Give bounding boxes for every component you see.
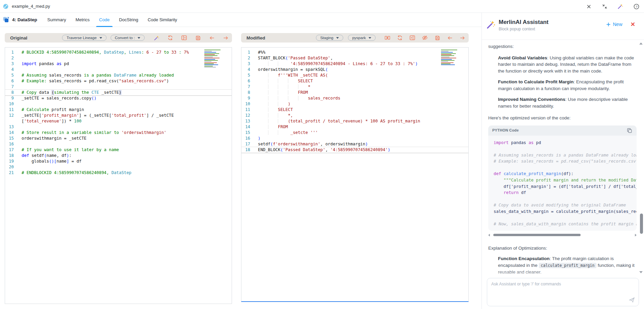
- line-number[interactable]: 9: [5, 95, 14, 101]
- line-number[interactable]: 2: [5, 55, 14, 61]
- magic-wand-icon[interactable]: [153, 35, 159, 41]
- line-number[interactable]: 7: [241, 84, 250, 90]
- panel-right-icon[interactable]: [409, 35, 415, 41]
- code-line[interactable]: # Example: sales_records = pd.read_csv("…: [494, 158, 637, 165]
- line-number[interactable]: 9: [241, 95, 250, 101]
- line-number[interactable]: 19: [5, 159, 14, 164]
- line-number[interactable]: 21: [5, 170, 14, 176]
- vertical-scrollbar-thumb[interactable]: [640, 214, 643, 234]
- arrow-right-icon[interactable]: [223, 35, 229, 41]
- code-line[interactable]: 10 ): [241, 101, 468, 107]
- line-number[interactable]: 1: [241, 50, 250, 55]
- arrow-left-icon[interactable]: [447, 35, 453, 41]
- code-line[interactable]: return df: [494, 190, 637, 196]
- code-line[interactable]: 1# BLOCKID 4:5859907074586240894, DataSt…: [5, 50, 232, 55]
- line-number[interactable]: 8: [5, 90, 14, 95]
- code-line[interactable]: 19 globals()[name] = df: [5, 159, 232, 164]
- tab-docstring[interactable]: DocString: [114, 13, 143, 27]
- assistant-input[interactable]: [487, 278, 639, 306]
- code-line[interactable]: # Assuming sales_records is a pandas Dat…: [494, 152, 637, 159]
- code-line[interactable]: 13 (total_profit / total_revenue) * 100 …: [241, 118, 468, 124]
- line-number[interactable]: 12: [5, 113, 14, 118]
- line-number[interactable]: 13: [241, 118, 250, 124]
- tab-metrics[interactable]: Metrics: [71, 13, 94, 27]
- line-number[interactable]: 14: [5, 130, 14, 136]
- save-icon[interactable]: [195, 35, 201, 41]
- line-number[interactable]: 8: [241, 90, 250, 95]
- close-icon[interactable]: [586, 3, 592, 9]
- traverse-lineage-dropdown[interactable]: Traverse Lineage: [62, 35, 106, 41]
- code-line[interactable]: 3import pandas as pd: [5, 61, 232, 67]
- line-number[interactable]: 16: [5, 141, 14, 147]
- code-line[interactable]: [494, 196, 637, 202]
- line-number[interactable]: 10: [241, 101, 250, 107]
- code-line[interactable]: 8 FROM: [241, 90, 468, 95]
- code-line[interactable]: 4: [5, 67, 232, 73]
- line-number[interactable]: 4: [241, 67, 250, 73]
- code-line[interactable]: 18END_BLOCK('Passed DataStep', '4:585990…: [241, 147, 468, 153]
- line-number[interactable]: 6: [241, 78, 250, 84]
- code-line[interactable]: 5# Assuming sales_records is a pandas Da…: [5, 73, 232, 78]
- minimap[interactable]: [440, 49, 459, 66]
- code-line[interactable]: 7 *: [241, 84, 468, 90]
- collapse-icon[interactable]: [602, 3, 608, 9]
- line-number[interactable]: 18: [241, 147, 250, 153]
- code-line[interactable]: 2: [5, 55, 232, 61]
- code-line[interactable]: 1#%%: [241, 50, 468, 55]
- compare-swap-icon[interactable]: [384, 35, 390, 41]
- line-number[interactable]: 1: [5, 50, 14, 55]
- code-line[interactable]: 11 SELECT: [241, 107, 468, 113]
- code-line[interactable]: ['total_revenue']) * 100: [5, 118, 232, 124]
- line-number[interactable]: 7: [5, 84, 14, 90]
- line-number[interactable]: 20: [5, 164, 14, 170]
- line-number[interactable]: 13: [5, 124, 14, 130]
- code-line[interactable]: 14 FROM: [241, 124, 468, 130]
- line-number[interactable]: 18: [5, 153, 14, 159]
- line-number[interactable]: 14: [241, 124, 250, 130]
- code-line[interactable]: 5 f'''WITH _setCTE AS(: [241, 73, 468, 78]
- line-number[interactable]: 5: [5, 73, 14, 78]
- help-icon[interactable]: ?: [633, 3, 639, 9]
- line-number[interactable]: 16: [241, 136, 250, 141]
- code-line[interactable]: 14# Store result in a variable similar t…: [5, 130, 232, 136]
- line-number[interactable]: 11: [5, 107, 14, 113]
- code-line[interactable]: 13: [5, 124, 232, 130]
- code-line[interactable]: 17setdf(f'orderswithmargin', orderswithm…: [241, 141, 468, 147]
- code-line[interactable]: 10: [5, 101, 232, 107]
- eye-off-icon[interactable]: [422, 35, 428, 41]
- line-number[interactable]: [5, 118, 14, 124]
- code-line[interactable]: """Calculate profit margin and return th…: [494, 177, 637, 184]
- code-line[interactable]: 16): [241, 136, 468, 141]
- code-line[interactable]: 3 '4:5859907074586240894 - Lines: 6 - 27…: [241, 61, 468, 67]
- code-line[interactable]: 12 *,: [241, 113, 468, 118]
- code-line[interactable]: [494, 165, 637, 171]
- tab-code[interactable]: Code: [94, 13, 114, 27]
- line-number[interactable]: 12: [241, 113, 250, 118]
- panel-left-icon[interactable]: [181, 35, 187, 41]
- code-line[interactable]: 8# Copy data (simulating the CTE _setCTE…: [5, 90, 232, 95]
- code-line[interactable]: 15orderswithmargin = _setCTE: [5, 136, 232, 141]
- scroll-up-arrow[interactable]: [639, 43, 643, 45]
- code-line[interactable]: [494, 215, 637, 221]
- horizontal-scrollbar[interactable]: [488, 233, 637, 237]
- arrow-right-icon[interactable]: [459, 35, 465, 41]
- line-number[interactable]: 4: [5, 67, 14, 73]
- code-line[interactable]: [494, 146, 637, 152]
- tab-summary[interactable]: Summary: [42, 13, 71, 27]
- code-line[interactable]: 21# ENDBLOCKID 4:5859907074586240894, Da…: [5, 170, 232, 176]
- line-number[interactable]: 15: [5, 136, 14, 141]
- line-number[interactable]: 2: [241, 55, 250, 61]
- code-line[interactable]: sales_data_with_margin = calculate_profi…: [494, 208, 637, 215]
- code-line[interactable]: df['profit_margin'] = (df['total_profit'…: [494, 184, 637, 190]
- code-line[interactable]: 9 sales_records: [241, 95, 468, 101]
- code-line[interactable]: 2START_BLOCK('Passed DataStep',: [241, 55, 468, 61]
- line-number[interactable]: 15: [241, 130, 250, 136]
- scroll-right-arrow[interactable]: [635, 234, 637, 236]
- code-line[interactable]: 12_setCTE['profit_margin'] = (_setCTE['t…: [5, 113, 232, 118]
- code-line[interactable]: 7: [5, 84, 232, 90]
- tab-code-similarity[interactable]: Code Similarity: [143, 13, 182, 27]
- code-line[interactable]: # Copy data to avoid modifying the origi…: [494, 202, 637, 208]
- send-icon[interactable]: [628, 297, 635, 303]
- line-number[interactable]: 5: [241, 73, 250, 78]
- minimap[interactable]: [203, 49, 222, 68]
